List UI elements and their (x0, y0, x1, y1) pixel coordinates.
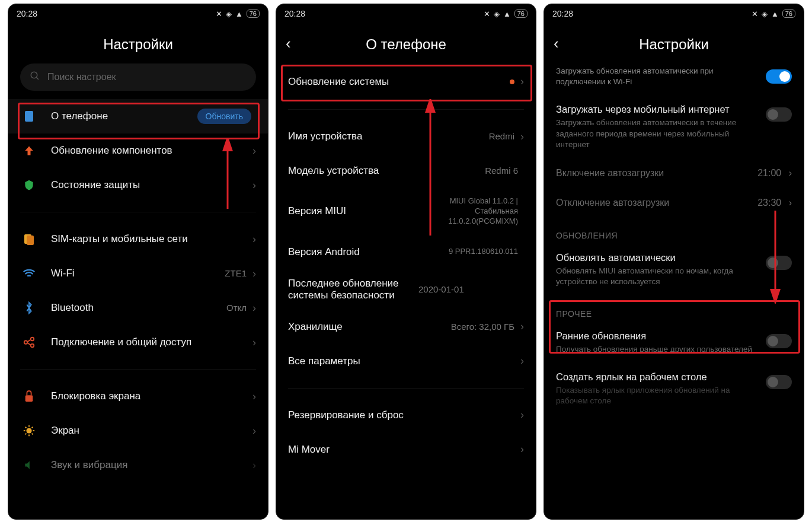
storage-row[interactable]: Хранилище Всего: 32,00 ГБ › (276, 310, 536, 344)
device-name-row[interactable]: Имя устройства Redmi › (276, 119, 536, 154)
clock: 20:28 (284, 9, 305, 18)
about-phone-row[interactable]: О телефоне Обновить (8, 99, 268, 133)
clock: 20:28 (552, 9, 573, 18)
battery-icon: 76 (247, 9, 260, 18)
row-value: ZTE1 (225, 268, 247, 279)
row-label: Экран (51, 425, 252, 437)
row-label: Отключение автозагрузки (556, 198, 669, 208)
autoload-off-row[interactable]: Отключение автозагрузки 23:30 › (544, 188, 804, 218)
toggle-title: Создать ярлык на рабочем столе (556, 371, 759, 383)
row-label: SIM-карты и мобильные сети (51, 233, 252, 245)
toggle-subtitle: Загружать обновления автоматически при п… (556, 66, 759, 87)
system-update-row[interactable]: Обновление системы › (276, 63, 536, 100)
search-input[interactable]: Поиск настроек (20, 63, 256, 91)
toggle-subtitle: Показывать ярлык приложения обновлений н… (556, 385, 759, 406)
toggle-switch[interactable] (766, 334, 792, 348)
toggle-switch[interactable] (766, 375, 792, 389)
mi-mover-row[interactable]: Mi Mover › (276, 432, 536, 467)
row-value: 2020-01-01 (418, 284, 464, 295)
row-label: Последнее обновление системы безопасност… (288, 278, 418, 301)
page-title: О телефоне (366, 36, 446, 52)
row-label: Блокировка экрана (51, 390, 252, 402)
about-phone-label: О телефоне (51, 110, 197, 122)
wifi-download-toggle[interactable]: Загружать обновления автоматически при п… (544, 63, 804, 96)
svg-point-6 (31, 338, 34, 341)
mobile-download-toggle[interactable]: Загружать через мобильный интернет Загру… (544, 96, 804, 158)
status-icons: ✕ ◈ ▲ 76 (216, 9, 260, 18)
notification-dot-icon (510, 79, 514, 84)
toggle-subtitle: Обновлять MIUI автоматически по ночам, к… (556, 266, 759, 287)
svg-point-11 (26, 428, 31, 433)
section-header-other: ПРОЧЕЕ (544, 296, 804, 322)
toggle-switch[interactable] (766, 107, 792, 122)
battery-icon: 76 (514, 9, 528, 18)
chevron-right-icon: › (252, 390, 256, 403)
page-title: Настройки (639, 36, 709, 52)
row-label: Звук и вибрация (51, 459, 252, 471)
row-label: Обновление компонентов (51, 145, 252, 157)
row-label: Подключение и общий доступ (51, 336, 252, 348)
security-patch-row[interactable]: Последнее обновление системы безопасност… (276, 269, 536, 310)
arrow-up-icon (20, 142, 38, 160)
back-button[interactable]: ‹ (286, 34, 291, 53)
bluetooth-row[interactable]: Bluetooth Откл › (8, 291, 268, 325)
components-update-row[interactable]: Обновление компонентов › (8, 133, 268, 168)
chevron-right-icon: › (520, 75, 524, 88)
svg-line-18 (25, 434, 27, 435)
sim-row[interactable]: SIM-карты и мобильные сети › (8, 222, 268, 256)
share-icon (20, 333, 38, 351)
toggle-subtitle: Получать обновления раньше других пользо… (556, 344, 759, 355)
sound-row[interactable]: Звук и вибрация › (8, 448, 268, 482)
search-icon (30, 71, 40, 84)
svg-line-9 (27, 343, 31, 345)
svg-point-0 (31, 72, 37, 78)
chevron-right-icon: › (789, 198, 792, 208)
back-button[interactable]: ‹ (554, 34, 559, 53)
status-icons: ✕ ◈ ▲ 76 (484, 9, 528, 18)
status-bar: 20:28 ✕ ◈ ▲ 76 (276, 4, 536, 23)
svg-line-1 (36, 77, 39, 79)
page-header: ‹ Настройки (544, 23, 804, 63)
shortcut-toggle[interactable]: Создать ярлык на рабочем столе Показыват… (544, 363, 804, 415)
svg-line-16 (25, 427, 27, 428)
shield-icon (20, 176, 38, 194)
early-updates-toggle[interactable]: Ранние обновления Получать обновления ра… (544, 322, 804, 363)
lockscreen-row[interactable]: Блокировка экрана › (8, 379, 268, 414)
chevron-right-icon: › (252, 179, 256, 192)
svg-point-7 (31, 344, 34, 348)
device-model-row[interactable]: Модель устройства Redmi 6 (276, 154, 536, 188)
sharing-row[interactable]: Подключение и общий доступ › (8, 325, 268, 360)
row-label: Включение автозагрузки (556, 168, 664, 179)
row-label: Wi-Fi (51, 268, 225, 279)
all-params-row[interactable]: Все параметры › (276, 344, 536, 378)
row-label: Версия MIUI (288, 205, 417, 217)
android-version-row[interactable]: Версия Android 9 PPR1.180610.011 (276, 235, 536, 269)
battery-icon: 76 (782, 9, 795, 18)
clock: 20:28 (17, 9, 37, 18)
wifi-icon (20, 265, 38, 282)
security-status-row[interactable]: Состояние защиты › (8, 168, 268, 202)
miui-version-row[interactable]: Версия MIUI MIUI Global 11.0.2 | Стабиль… (276, 188, 536, 235)
update-badge[interactable]: Обновить (197, 109, 251, 124)
backup-reset-row[interactable]: Резервирование и сброс › (276, 398, 536, 432)
search-placeholder: Поиск настроек (47, 72, 116, 82)
phone-screen-2: 20:28 ✕ ◈ ▲ 76 ‹ О телефоне Обновление с… (276, 4, 536, 520)
chevron-right-icon: › (789, 168, 792, 178)
brightness-icon (20, 422, 38, 440)
display-row[interactable]: Экран › (8, 414, 268, 448)
auto-update-toggle[interactable]: Обновлять автоматически Обновлять MIUI а… (544, 244, 804, 295)
about-list: Обновление системы › Имя устройства Redm… (276, 63, 536, 519)
autoload-on-row[interactable]: Включение автозагрузки 21:00 › (544, 158, 804, 188)
wifi-row[interactable]: Wi-Fi ZTE1 › (8, 256, 268, 291)
wifi-icon: ◈ (226, 9, 232, 18)
toggle-switch[interactable] (766, 69, 792, 84)
lock-icon (20, 387, 38, 405)
row-label: Все параметры (288, 355, 520, 367)
toggle-title: Загружать через мобильный интернет (556, 104, 759, 115)
svg-rect-4 (27, 236, 34, 245)
toggle-switch[interactable] (766, 256, 792, 270)
dnd-icon: ✕ (216, 9, 222, 18)
chevron-right-icon: › (520, 409, 524, 421)
chevron-right-icon: › (520, 131, 524, 143)
bluetooth-icon (20, 299, 38, 317)
